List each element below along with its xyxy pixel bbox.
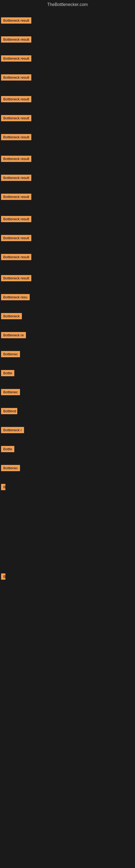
bottleneck-badge[interactable]: Bottleneck result — [1, 194, 31, 200]
bottleneck-badge[interactable]: Bottleneck — [1, 313, 22, 319]
bottleneck-item: Bottleneck result — [0, 194, 31, 201]
bottleneck-item: Bottlenec — [0, 389, 20, 396]
bottleneck-item: Bottle — [0, 370, 14, 377]
bottleneck-item: Bottleneck result — [0, 36, 31, 44]
bottleneck-item: Bottleneck re — [0, 332, 26, 339]
bottleneck-badge[interactable]: Bottleneck re — [1, 332, 26, 338]
bottleneck-item: Bottle — [0, 446, 14, 453]
bottleneck-item: Bottlenec — [0, 465, 20, 472]
bottleneck-badge[interactable]: Bottleneck result — [1, 74, 31, 81]
bottleneck-badge[interactable]: Bottlenec — [1, 351, 20, 357]
bottleneck-item: Bottleneck resu — [0, 294, 30, 301]
bottleneck-badge[interactable]: Bottleneck result — [1, 216, 31, 222]
bottleneck-badge[interactable]: Bottle — [1, 446, 14, 452]
bottleneck-item: Bottleneck result — [0, 96, 31, 103]
bottleneck-item: Bottleneck result — [0, 175, 31, 182]
bottleneck-item: Bottleneck result — [0, 18, 31, 25]
bottleneck-badge[interactable]: B — [1, 574, 5, 580]
bottleneck-badge[interactable]: Bottlenec — [1, 389, 20, 395]
bottleneck-item: Bottlend — [0, 408, 17, 415]
bottleneck-item: Bottleneck result — [0, 55, 31, 63]
bottleneck-item: Bottleneck result — [0, 156, 31, 163]
bottleneck-item: Bottlenec — [0, 351, 20, 358]
bottleneck-badge[interactable]: Bottleneck result — [1, 235, 31, 241]
bottleneck-badge[interactable]: Bottleneck resu — [1, 294, 30, 300]
bottleneck-badge[interactable]: Bottleneck result — [1, 175, 31, 181]
bottleneck-badge[interactable]: Bottleneck result — [1, 134, 31, 140]
site-title: TheBottlenecker.com — [0, 0, 135, 9]
bottleneck-badge[interactable]: Bottlenec — [1, 465, 20, 471]
bottleneck-badge[interactable]: Bottleneck result — [1, 156, 31, 162]
bottleneck-item: B — [0, 484, 5, 491]
bottleneck-item: Bottleneck — [0, 313, 22, 320]
bottleneck-item: Bottleneck result — [0, 216, 31, 223]
bottleneck-badge[interactable]: Bottleneck result — [1, 18, 31, 24]
bottleneck-badge[interactable]: Bottleneck result — [1, 55, 31, 62]
bottleneck-item: B — [0, 574, 5, 581]
bottleneck-badge[interactable]: Bottlend — [1, 408, 17, 414]
bottleneck-item: Bottleneck result — [0, 235, 31, 242]
bottleneck-item: Bottleneck result — [0, 115, 31, 122]
bottleneck-item: Bottleneck result — [0, 134, 31, 141]
bottleneck-badge[interactable]: Bottleneck result — [1, 96, 31, 102]
bottleneck-item: Bottleneck result — [0, 254, 31, 261]
bottleneck-badge[interactable]: B — [1, 484, 5, 490]
bottleneck-badge[interactable]: Bottleneck result — [1, 36, 31, 42]
bottleneck-badge[interactable]: Bottleneck result — [1, 254, 31, 260]
bottleneck-item: Bottleneck r — [0, 427, 24, 434]
bottleneck-badge[interactable]: Bottleneck r — [1, 427, 24, 433]
bottleneck-item: Bottleneck result — [0, 74, 31, 82]
bottleneck-item: Bottleneck result — [0, 275, 31, 282]
bottleneck-badge[interactable]: Bottleneck result — [1, 275, 31, 281]
bottleneck-badge[interactable]: Bottleneck result — [1, 115, 31, 121]
bottleneck-badge[interactable]: Bottle — [1, 370, 14, 376]
